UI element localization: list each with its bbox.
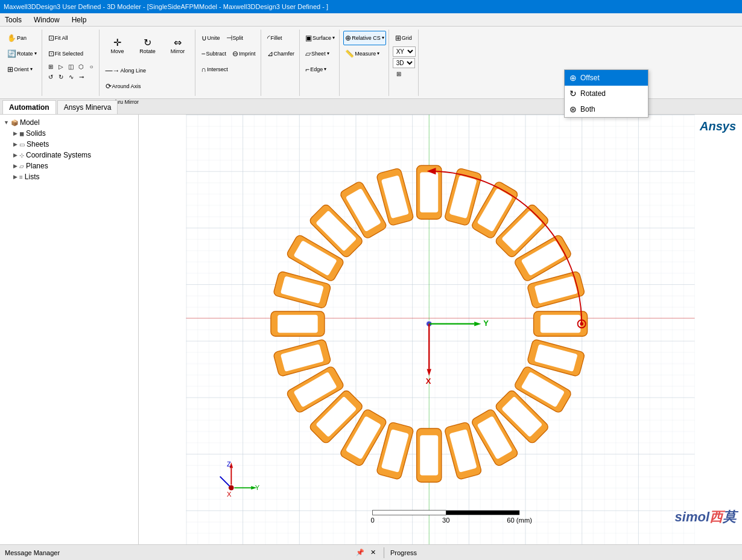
svg-point-62: [580, 322, 583, 326]
grid-row-4: ⊞: [393, 69, 416, 78]
orient-dropdown-arrow: ▾: [30, 66, 33, 72]
sheets-expand-icon[interactable]: ▶: [13, 141, 17, 147]
toolbar-icon-7[interactable]: ↻: [56, 72, 66, 81]
cs-expand-icon[interactable]: ▶: [13, 152, 17, 158]
toolbar-icon-4[interactable]: ⬡: [77, 62, 86, 71]
viewport[interactable]: Y X X Y Z: [139, 115, 742, 544]
around-axis-icon: ⟳: [106, 82, 112, 91]
cs-label: Coordinate Systems: [26, 151, 91, 159]
toolbar-icon-1[interactable]: ⊞: [46, 62, 55, 71]
bool-row-1: ∪ Unite ⊣ Split: [199, 31, 258, 45]
orient-button[interactable]: ⊞ Orient ▾: [5, 62, 35, 77]
toolbar-icon-2[interactable]: ▷: [56, 62, 66, 71]
toolbar-section-transform: ✛ Move ↻ Rotate ⇔ Mirror —→ Along Line ⟳…: [101, 30, 195, 96]
svg-text:X: X: [426, 377, 431, 386]
along-line-button[interactable]: —→ Along Line: [103, 63, 149, 78]
sheets-label: Sheets: [27, 140, 49, 148]
toolbar-icon-8[interactable]: ∿: [66, 72, 76, 81]
sidebar: ▼ 📦 Model ▶ ◼ Solids ▶ ▭ Sheets ▶ ⊹ Coor…: [0, 115, 139, 544]
intersect-button[interactable]: ∩ Intersect: [199, 62, 230, 77]
tree-item-sheets[interactable]: ▶ ▭ Sheets: [12, 139, 136, 150]
sheet-button[interactable]: ▱ Sheet ▾: [303, 46, 331, 61]
cs-row-2: 📏 Measure ▾: [343, 46, 386, 61]
main-content: ▼ 📦 Model ▶ ◼ Solids ▶ ▭ Sheets ▶ ⊹ Coor…: [0, 115, 742, 544]
mirror-button[interactable]: ⇔ Mirror: [163, 31, 192, 62]
surface-button[interactable]: ▣ Surface ▾: [303, 31, 337, 45]
title-text: Maxwell3DDesign3 User Defined - 3D Model…: [4, 3, 328, 10]
toolbar-icon-3[interactable]: ◫: [66, 62, 76, 71]
edge-button[interactable]: ⌐ Edge ▾: [303, 62, 328, 77]
menu-help[interactable]: Help: [69, 14, 89, 25]
tree-item-lists[interactable]: ▶ ≡ Lists: [12, 171, 136, 182]
pan-button[interactable]: ✋ Pan: [5, 31, 29, 45]
model-label: Model: [20, 118, 40, 127]
unite-label: Unite: [208, 35, 220, 41]
grid-button[interactable]: ⊞ Grid: [393, 31, 414, 45]
fit-selected-button[interactable]: ⊡ Fit Selected: [46, 46, 86, 61]
tree-item-model[interactable]: ▼ 📦 Model: [2, 117, 136, 128]
toolbar-section-surface: ▣ Surface ▾ ▱ Sheet ▾ ⌐ Edge ▾: [301, 30, 340, 96]
relative-cs-label: Relative CS: [352, 35, 381, 41]
fit-all-label: Fit All: [55, 35, 68, 41]
fit-selected-icon: ⊡: [48, 49, 54, 58]
around-axis-button[interactable]: ⟳ Around Axis: [103, 79, 144, 94]
chamfer-icon: ⊿: [267, 49, 273, 58]
cs-menu-offset[interactable]: ⊕ Offset: [565, 70, 648, 86]
unite-button[interactable]: ∪ Unite: [199, 31, 223, 45]
relative-cs-button[interactable]: ⊕ Relative CS ▾: [343, 31, 386, 45]
model-expand-icon[interactable]: ▼: [4, 119, 9, 126]
solids-expand-icon[interactable]: ▶: [13, 130, 17, 136]
transform-row-3: ⟳ Around Axis: [103, 79, 192, 94]
tab-automation[interactable]: Automation: [2, 100, 56, 114]
toolbar-icon-9[interactable]: ⊸: [77, 72, 86, 81]
rotate-large-button[interactable]: ↻ Rotate: [133, 31, 162, 62]
rotate-label: Rotate: [17, 51, 33, 57]
offset-icon: ⊕: [569, 73, 577, 83]
planes-expand-icon[interactable]: ▶: [13, 163, 17, 169]
lists-expand-icon[interactable]: ▶: [13, 174, 17, 180]
edge-icon: ⌐: [305, 65, 309, 74]
chamfer-button[interactable]: ⊿ Chamfer: [265, 46, 297, 61]
measure-button[interactable]: 📏 Measure ▾: [343, 46, 381, 61]
move-button[interactable]: ✛ Move: [103, 31, 132, 62]
svg-text:Z: Z: [227, 460, 231, 468]
tree-item-coordinate-systems[interactable]: ▶ ⊹ Coordinate Systems: [12, 150, 136, 161]
fillet-icon: ◜: [267, 34, 270, 42]
close-bottom-button[interactable]: ✕: [369, 548, 378, 557]
chamfer-label: Chamfer: [274, 51, 295, 57]
svg-text:0: 0: [370, 517, 374, 524]
fillet-button[interactable]: ◜ Fillet: [265, 31, 285, 45]
relative-cs-dropdown-menu: ⊕ Offset ↻ Rotated ⊛ Both: [564, 69, 648, 118]
tree-item-solids[interactable]: ▶ ◼ Solids: [12, 128, 136, 139]
fit-all-button[interactable]: ⊡ Fit All: [46, 31, 71, 45]
bool-row-2: − Subtract ⊖ Imprint: [199, 46, 258, 61]
toolbar-icon-6[interactable]: ↺: [46, 72, 55, 81]
split-button[interactable]: ⊣ Split: [224, 31, 246, 45]
svg-rect-6: [420, 173, 438, 213]
toolbar-section-fit: ⊡ Fit All ⊡ Fit Selected ⊞ ▷ ◫ ⬡ ○ ↺ ↻ ∿…: [43, 30, 100, 96]
view-plane-select[interactable]: XY XZ YZ: [393, 46, 416, 57]
intersect-icon: ∩: [201, 65, 207, 74]
subtract-button[interactable]: − Subtract: [199, 46, 229, 61]
grid-icon-btn[interactable]: ⊞: [393, 69, 405, 78]
menu-window[interactable]: Window: [31, 14, 62, 25]
cs-menu-rotated[interactable]: ↻ Rotated: [565, 86, 648, 101]
grid-row-3: 3D 2D: [393, 58, 416, 68]
tab-ansys-minerva[interactable]: Ansys Minerva: [57, 100, 118, 114]
surface-row-3: ⌐ Edge ▾: [303, 62, 337, 77]
around-axis-label: Around Axis: [112, 83, 141, 89]
view-3d-select[interactable]: 3D 2D: [393, 58, 415, 68]
planes-label: Planes: [26, 162, 48, 170]
svg-text:30: 30: [442, 517, 450, 524]
grid-label: Grid: [402, 35, 412, 41]
tree-item-planes[interactable]: ▶ ▱ Planes: [12, 161, 136, 171]
orient-label: Orient: [14, 66, 29, 72]
menu-tools[interactable]: Tools: [2, 14, 24, 25]
toolbar-icon-5[interactable]: ○: [87, 62, 97, 71]
surface-label: Surface: [312, 35, 331, 41]
bool-row-3: ∩ Intersect: [199, 62, 258, 77]
pin-button[interactable]: 📌: [354, 548, 366, 557]
rotate-button[interactable]: 🔄 Rotate ▾: [5, 46, 39, 61]
imprint-button[interactable]: ⊖ Imprint: [230, 46, 258, 61]
cs-menu-both[interactable]: ⊛ Both: [565, 101, 648, 117]
